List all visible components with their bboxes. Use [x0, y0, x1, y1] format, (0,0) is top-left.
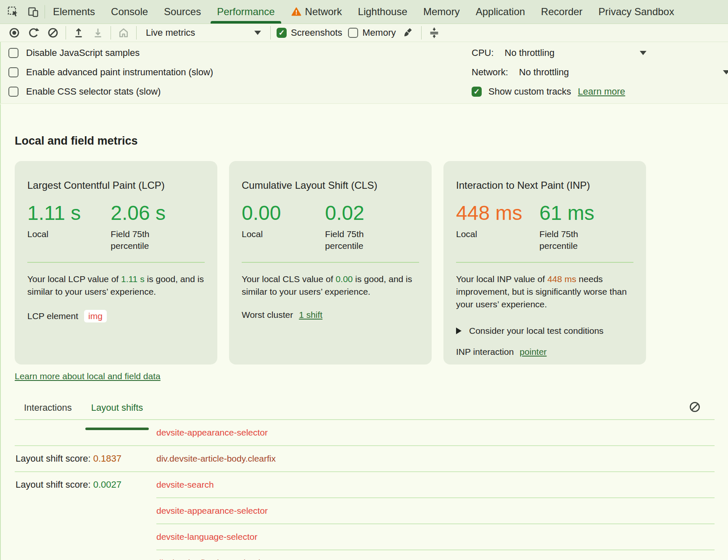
history-dropdown[interactable]: Live metrics — [142, 27, 264, 38]
table-row: div.devsite-floating-action-buttons — [15, 550, 715, 560]
tab-console[interactable]: Console — [103, 0, 156, 24]
score-value: 0.1837 — [93, 453, 121, 464]
lcp-field-value: 2.06 s — [111, 201, 174, 225]
tab-privacy-sandbox[interactable]: Privacy Sandbox — [591, 0, 682, 24]
inspect-cursor-icon[interactable] — [7, 5, 19, 18]
checkbox-unchecked-icon[interactable] — [348, 28, 358, 38]
lcp-card: Largest Contentful Paint (LCP) 1.11 s Lo… — [15, 161, 217, 365]
network-throttling-select[interactable]: Network: No throttling — [472, 66, 728, 79]
tab-label: Lighthouse — [358, 6, 407, 18]
metric-cards: Largest Contentful Paint (LCP) 1.11 s Lo… — [15, 161, 728, 365]
element-node-link[interactable]: div.devsite-article-body.clearfix — [156, 454, 276, 464]
checkbox-checked-icon[interactable] — [472, 87, 482, 97]
checkbox-checked-icon[interactable] — [277, 28, 287, 38]
inp-interaction-link[interactable]: pointer — [520, 347, 546, 357]
tab-layout-shifts[interactable]: Layout shifts — [91, 402, 143, 419]
table-row: devsite-language-selector — [15, 524, 715, 549]
consider-local-conditions-disclosure[interactable]: Consider your local test conditions — [456, 326, 633, 336]
tab-network[interactable]: Network — [283, 0, 350, 24]
card-divider — [27, 262, 205, 263]
tab-label: Sources — [164, 6, 201, 18]
checkbox-label: Enable CSS selector stats (slow) — [26, 86, 161, 97]
element-classes: .devsite-floating-action-buttons — [167, 558, 287, 560]
css-selector-stats-checkbox[interactable]: Enable CSS selector stats (slow) — [8, 85, 161, 98]
desc-text: Your local INP value of — [456, 274, 547, 284]
advanced-paint-checkbox[interactable]: Enable advanced paint instrumentation (s… — [8, 66, 213, 79]
table-row: devsite-appearance-selector — [15, 498, 715, 523]
tab-sources[interactable]: Sources — [156, 0, 209, 24]
inp-description: Your local INP value of 448 ms needs imp… — [456, 273, 633, 311]
checkbox-label: Enable advanced paint instrumentation (s… — [26, 67, 213, 78]
save-profile-icon[interactable] — [91, 26, 105, 40]
chevron-down-icon — [640, 51, 646, 55]
checkbox-unchecked-icon[interactable] — [8, 67, 18, 77]
lcp-element-row: LCP element img — [27, 310, 205, 322]
element-node-link[interactable]: devsite-appearance-selector — [156, 506, 268, 516]
card-title: Interaction to Next Paint (INP) — [456, 180, 633, 191]
chevron-down-icon — [723, 70, 728, 74]
custom-tracks-learn-more-link[interactable]: Learn more — [578, 86, 625, 97]
table-row: Layout shift score: 0.1837 div.devsite-a… — [15, 446, 715, 471]
tab-performance[interactable]: Performance — [209, 0, 282, 24]
desc-value: 448 ms — [547, 274, 576, 284]
tab-memory[interactable]: Memory — [415, 0, 468, 24]
element-node-link[interactable]: devsite-language-selector — [156, 532, 257, 542]
tab-label: Elements — [53, 6, 95, 18]
card-title: Cumulative Layout Shift (CLS) — [242, 180, 419, 191]
checkbox-unchecked-icon[interactable] — [8, 48, 18, 58]
field-label: Field 75th percentile — [539, 228, 602, 252]
layout-shift-score: Layout shift score: 0.1837 — [16, 453, 121, 464]
local-label: Local — [242, 228, 305, 240]
clear-icon[interactable] — [46, 26, 60, 40]
lcp-element-node-link[interactable]: img — [84, 310, 107, 322]
toolbar-separator — [111, 26, 111, 40]
tab-label: Interactions — [24, 402, 72, 413]
reload-and-record-icon[interactable] — [27, 26, 40, 40]
layout-shift-score: Layout shift score: 0.0027 — [16, 479, 121, 490]
element-node-link[interactable]: devsite-appearance-selector — [156, 428, 268, 438]
performance-toolbar: Live metrics Screenshots Memory — [0, 24, 728, 42]
show-custom-tracks-row: Show custom tracks Learn more — [472, 85, 728, 98]
record-icon[interactable] — [8, 26, 21, 40]
toggle-device-toolbar-icon[interactable] — [27, 5, 40, 18]
devtools-tabbar: Elements Console Sources Performance Net… — [0, 0, 728, 24]
tab-application[interactable]: Application — [468, 0, 533, 24]
cpu-throttling-select[interactable]: CPU: No throttling — [472, 47, 728, 59]
worst-cluster-label: Worst cluster — [242, 310, 293, 320]
toolbar-separator — [421, 26, 422, 40]
tab-recorder[interactable]: Recorder — [533, 0, 591, 24]
tab-label: Layout shifts — [91, 402, 143, 413]
element-node-link[interactable]: div.devsite-floating-action-buttons — [156, 558, 287, 560]
cls-local-value: 0.00 — [242, 201, 325, 225]
clear-log-icon[interactable] — [688, 401, 701, 413]
cleanup-brush-icon[interactable] — [402, 26, 415, 40]
learn-more-field-data-link[interactable]: Learn more about local and field data — [15, 371, 161, 381]
collapse-sections-icon[interactable] — [427, 26, 441, 40]
tab-lighthouse[interactable]: Lighthouse — [350, 0, 415, 24]
checkbox-unchecked-icon[interactable] — [8, 87, 18, 97]
inp-local-value: 448 ms — [456, 201, 539, 225]
field-label: Field 75th percentile — [325, 228, 388, 252]
tab-interactions[interactable]: Interactions — [24, 402, 72, 419]
tab-elements[interactable]: Elements — [45, 0, 103, 24]
tabbar-left-icons — [0, 0, 45, 24]
capture-settings: Disable JavaScript samples Enable advanc… — [0, 42, 728, 104]
tab-label: Console — [111, 6, 148, 18]
score-value: 0.0027 — [93, 479, 121, 490]
tab-label: Privacy Sandbox — [599, 6, 674, 18]
lcp-description: Your local LCP value of 1.11 s is good, … — [27, 273, 205, 298]
live-metrics-home-icon[interactable] — [117, 26, 130, 40]
disable-js-samples-checkbox[interactable]: Disable JavaScript samples — [8, 47, 140, 59]
inp-interaction-label: INP interaction — [456, 347, 514, 357]
worst-cluster-link[interactable]: 1 shift — [299, 310, 322, 320]
memory-label: Memory — [362, 27, 396, 38]
memory-checkbox[interactable]: Memory — [348, 27, 396, 38]
screenshots-checkbox[interactable]: Screenshots — [277, 27, 342, 38]
cls-description: Your local CLS value of 0.00 is good, an… — [242, 273, 419, 298]
desc-value: 1.11 s — [121, 274, 145, 284]
element-node-link[interactable]: devsite-search — [156, 480, 214, 490]
tab-label: Recorder — [541, 6, 583, 18]
load-profile-icon[interactable] — [72, 26, 85, 40]
table-row: devsite-appearance-selector — [15, 420, 715, 445]
inp-interaction-row: INP interaction pointer — [456, 347, 633, 357]
